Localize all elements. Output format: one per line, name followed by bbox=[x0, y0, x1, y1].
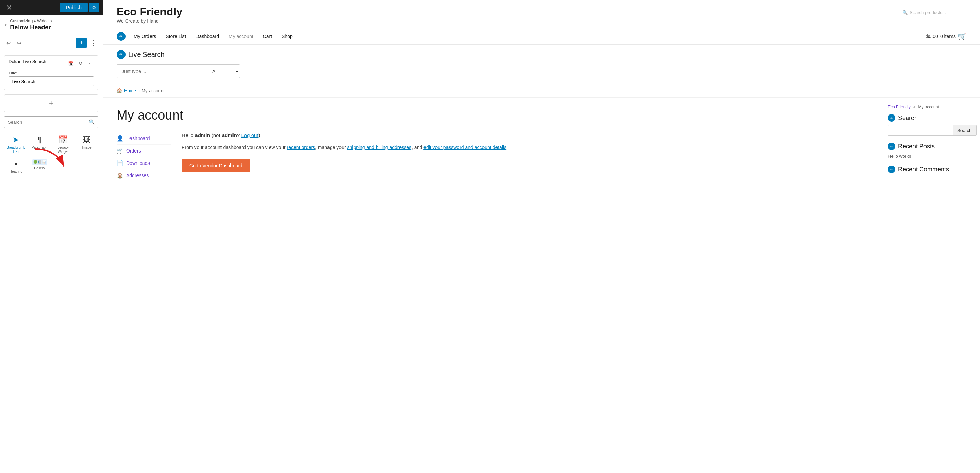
password-link[interactable]: edit your password and account details bbox=[423, 144, 506, 150]
addresses-link[interactable]: shipping and billing addresses bbox=[347, 144, 412, 150]
site-tagline: We Create by Hand bbox=[116, 18, 183, 24]
heading-label: Heading bbox=[10, 170, 22, 174]
add-block-plus-button[interactable]: + bbox=[49, 99, 54, 108]
sidebar-search-input[interactable] bbox=[888, 125, 953, 136]
nav-my-account[interactable]: My account bbox=[224, 32, 258, 40]
undo-redo-bar: ↩ ↪ + ⋮ bbox=[0, 35, 102, 51]
dashboard-icon: 👤 bbox=[116, 135, 123, 141]
more-options-button[interactable]: ⋮ bbox=[88, 38, 99, 48]
gallery-label: Gallery bbox=[34, 166, 45, 170]
breadcrumb-label: Customizing ▸ Widgets bbox=[10, 19, 52, 23]
dashboard-label: Dashboard bbox=[126, 136, 150, 141]
widget-title-input[interactable] bbox=[9, 76, 94, 86]
sidebar-breadcrumb-page: My account bbox=[918, 105, 939, 110]
back-button[interactable]: ‹ bbox=[5, 22, 6, 28]
site-search-placeholder: Search products... bbox=[910, 10, 946, 15]
site-search-box[interactable]: 🔍 Search products... bbox=[898, 8, 966, 17]
block-item-legacy[interactable]: 📅 Legacy Widget bbox=[51, 132, 75, 156]
cart-items: 0 items bbox=[940, 33, 956, 39]
add-block-button[interactable]: + bbox=[76, 38, 87, 48]
recent-orders-link[interactable]: recent orders bbox=[287, 144, 315, 150]
account-nav-orders[interactable]: 🛒 Orders bbox=[116, 144, 172, 157]
widget-more-icon[interactable]: ⋮ bbox=[86, 60, 94, 67]
title-field-label: Title: bbox=[9, 71, 94, 75]
account-content: My account 👤 Dashboard 🛒 Orders 📄 Downlo… bbox=[103, 98, 877, 192]
breadcrumb-home-link[interactable]: Home bbox=[124, 88, 136, 93]
site-nav: ✏ My Orders Store List Dashboard My acco… bbox=[116, 29, 966, 44]
recent-posts-edit-icon[interactable]: ✏ bbox=[888, 143, 895, 150]
main-content: Eco Friendly We Create by Hand 🔍 Search … bbox=[103, 0, 980, 473]
main-lower: My account 👤 Dashboard 🛒 Orders 📄 Downlo… bbox=[103, 98, 980, 192]
cart-icon[interactable]: 🛒 bbox=[958, 32, 966, 40]
site-header: Eco Friendly We Create by Hand 🔍 Search … bbox=[103, 0, 980, 44]
block-item-gallery[interactable]: 🟢G📊 Gallery bbox=[28, 156, 51, 176]
redo-button[interactable]: ↪ bbox=[15, 38, 23, 48]
sidebar-breadcrumb: Eco Friendly > My account bbox=[888, 105, 970, 110]
recent-comments-section: ✏ Recent Comments bbox=[888, 165, 970, 173]
orders-label: Orders bbox=[126, 148, 141, 154]
cart-amount: $0.00 bbox=[926, 33, 938, 39]
site-search-icon: 🔍 bbox=[902, 10, 908, 15]
live-search-title: Live Search bbox=[128, 51, 165, 59]
widget-calendar-icon[interactable]: 📅 bbox=[66, 60, 75, 67]
nav-dashboard[interactable]: Dashboard bbox=[191, 32, 223, 40]
site-logo: Eco Friendly We Create by Hand bbox=[116, 5, 183, 24]
legacy-widget-label: Legacy Widget bbox=[53, 146, 74, 154]
block-item-image[interactable]: 🖼 Image bbox=[75, 132, 99, 156]
account-nav-addresses[interactable]: 🏠 Addresses bbox=[116, 169, 172, 181]
addresses-icon: 🏠 bbox=[116, 172, 123, 179]
live-search-input[interactable] bbox=[116, 64, 206, 78]
recent-comments-edit-icon[interactable]: ✏ bbox=[888, 165, 895, 173]
sidebar-breadcrumb-site[interactable]: Eco Friendly bbox=[888, 105, 911, 110]
heading-icon: ▪ bbox=[14, 159, 17, 168]
breadcrumb-separator: › bbox=[138, 88, 140, 93]
gallery-icon: 🟢G📊 bbox=[32, 159, 47, 165]
breadcrumb-row: 🏠 Home › My account bbox=[103, 84, 980, 98]
recent-posts-title: Recent Posts bbox=[898, 143, 935, 150]
sidebar-search-header: ✏ Search bbox=[888, 114, 970, 122]
sidebar-search-button[interactable]: Search bbox=[953, 125, 977, 136]
vendor-dashboard-button[interactable]: Go to Vendor Dashboard bbox=[182, 159, 250, 172]
block-item-breadcrumb[interactable]: ➤ Breadcrumb Trail bbox=[4, 132, 28, 156]
back-bar: ‹ Customizing ▸ Widgets Below Header bbox=[0, 15, 102, 35]
nav-edit-icon[interactable]: ✏ bbox=[116, 32, 126, 41]
add-block-area[interactable]: + bbox=[4, 94, 99, 112]
widget-rotate-icon[interactable]: ↺ bbox=[77, 60, 84, 67]
block-search-input[interactable] bbox=[5, 117, 85, 127]
gear-button[interactable]: ⚙ bbox=[89, 3, 99, 12]
account-main: Hello admin (not admin? Log out) From yo… bbox=[182, 132, 864, 181]
block-item-paragraph[interactable]: ¶ Paragraph bbox=[28, 132, 51, 156]
legacy-widget-icon: 📅 bbox=[58, 135, 68, 144]
recent-post-item: Hello world! bbox=[888, 154, 970, 159]
account-nav-dashboard[interactable]: 👤 Dashboard bbox=[116, 132, 172, 144]
block-grid: ➤ Breadcrumb Trail ¶ Paragraph 📅 Legacy … bbox=[4, 132, 99, 176]
sidebar-area: Eco Friendly > My account ✏ Search Searc… bbox=[877, 98, 980, 192]
widget-name: Dokan Live Search bbox=[9, 59, 46, 64]
nav-shop[interactable]: Shop bbox=[277, 32, 297, 40]
logout-link[interactable]: Log out bbox=[241, 132, 258, 138]
addresses-label: Addresses bbox=[126, 173, 149, 178]
block-item-heading[interactable]: ▪ Heading bbox=[4, 156, 28, 176]
nav-cart[interactable]: Cart bbox=[259, 32, 276, 40]
account-nav-downloads[interactable]: 📄 Downloads bbox=[116, 157, 172, 169]
section-title: Below Header bbox=[10, 24, 52, 31]
breadcrumb-current: My account bbox=[142, 88, 164, 93]
undo-button[interactable]: ↩ bbox=[4, 38, 13, 48]
sidebar-search-title: Search bbox=[898, 114, 918, 122]
search-widget-area: 🔍 bbox=[4, 116, 99, 128]
recent-post-link[interactable]: Hello world! bbox=[888, 154, 911, 159]
live-search-section: ✏ Live Search All bbox=[103, 44, 980, 84]
live-search-select[interactable]: All bbox=[206, 64, 240, 78]
block-search-icon[interactable]: 🔍 bbox=[85, 116, 98, 127]
nav-store-list[interactable]: Store List bbox=[162, 32, 190, 40]
publish-button[interactable]: Publish bbox=[60, 3, 88, 12]
paragraph-icon: ¶ bbox=[37, 135, 41, 144]
recent-comments-title: Recent Comments bbox=[898, 166, 949, 173]
nav-my-orders[interactable]: My Orders bbox=[130, 32, 160, 40]
cart-info: $0.00 0 items 🛒 bbox=[926, 32, 966, 40]
account-columns: 👤 Dashboard 🛒 Orders 📄 Downloads 🏠 Addre… bbox=[116, 132, 864, 181]
live-search-edit-icon[interactable]: ✏ bbox=[116, 50, 126, 59]
close-button[interactable]: ✕ bbox=[3, 2, 15, 13]
not-username: admin bbox=[222, 132, 237, 138]
sidebar-search-edit-icon[interactable]: ✏ bbox=[888, 114, 895, 122]
